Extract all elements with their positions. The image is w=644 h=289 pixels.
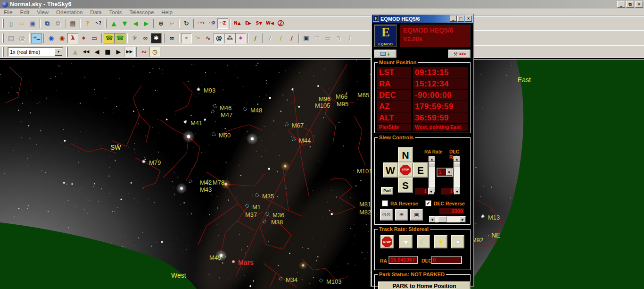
toolbar-mythical-figures[interactable]: ▭	[89, 33, 100, 43]
ra-reverse-checkbox[interactable]	[382, 200, 388, 206]
toolbar-handle[interactable]	[2, 19, 4, 28]
toolbar-context-help[interactable]: ↖?	[93, 18, 104, 29]
goto-search-button[interactable]: ⊙⊙	[380, 209, 393, 221]
toolbar-time-fast-forward[interactable]: ▶▶	[124, 47, 135, 57]
menu-data[interactable]: Data	[86, 9, 105, 15]
toolbar-dome-zenith[interactable]: ◠Z	[217, 18, 228, 29]
toolbar-look-west[interactable]: W◀	[264, 18, 275, 29]
toolbar-open-file[interactable]: ▱	[17, 18, 27, 29]
close-button[interactable]: ×	[635, 1, 643, 8]
toolbar-time-step-back[interactable]: ◀	[91, 47, 102, 57]
toolbar-show-double-stars[interactable]: °o	[192, 33, 203, 43]
eqmod-close-button[interactable]: ×	[465, 16, 472, 22]
chevron-right-icon[interactable]: ▶	[460, 216, 466, 222]
toolbar-move-up[interactable]: ▲	[108, 18, 119, 29]
sky-map[interactable]: M93M46M47M48M41M50M67M44M96M66M105M95M65…	[0, 59, 644, 289]
toolbar-show-clusters[interactable]: ⁂	[224, 33, 235, 43]
toolbar-time-skip-eject[interactable]: ▲	[70, 47, 81, 57]
track-custom-button[interactable]: ✦	[451, 235, 464, 248]
toolbar-telescope-setup[interactable]: /	[250, 33, 261, 43]
toolbar-time-step-forward[interactable]: ▶	[113, 47, 124, 57]
toolbar-look-zenith[interactable]: Ⓩ	[275, 18, 286, 29]
toolbar-help[interactable]: ?	[82, 18, 93, 29]
chevron-up-icon[interactable]: ▲	[454, 156, 460, 162]
toolbar-data-wizard[interactable]: ▤	[6, 33, 17, 43]
toolbar-find[interactable]: ∞	[166, 33, 177, 43]
toolbar-look-north[interactable]: N▲	[232, 18, 243, 29]
window-grid-button[interactable]: ⊞	[395, 209, 408, 221]
pad-button[interactable]: Pad	[381, 187, 393, 195]
toolbar-reference-photos[interactable]: ☎	[115, 33, 125, 43]
toolbar-dome-slew[interactable]: ◠↷	[196, 18, 206, 29]
menu-tools[interactable]: Tools	[106, 9, 126, 15]
toolbar-move-down[interactable]: ▼	[119, 18, 130, 29]
add-display-button[interactable]: +	[374, 50, 396, 58]
toolbar-time-stop[interactable]: ■	[102, 47, 113, 57]
toolbar-star-field[interactable]: ✱	[151, 33, 162, 43]
toolbar-time-rewind[interactable]: ◀◀	[81, 47, 91, 57]
menu-help[interactable]: Help	[157, 9, 176, 15]
chevron-left-icon[interactable]: ◀	[429, 216, 435, 222]
track-lunar-button[interactable]: ☾	[417, 235, 430, 248]
toolbar-new-document[interactable]: ▯	[6, 18, 17, 29]
toolbar-night-vision[interactable]: ∞	[140, 33, 151, 43]
toolbar-orbit-mode[interactable]: ∾	[139, 47, 149, 57]
slew-north-button[interactable]: N	[398, 147, 413, 162]
toolbar-print[interactable]: ▤	[67, 18, 78, 29]
toolbar-telescope-goto[interactable]: /	[275, 33, 286, 43]
rate-preset-combo[interactable]: 1 ▼	[437, 168, 453, 177]
restore-button[interactable]: ⧉	[626, 1, 634, 8]
toolbar-handle[interactable]	[66, 47, 68, 57]
menu-edit[interactable]: Edit	[17, 9, 33, 15]
track-solar-button[interactable]: ☀	[434, 235, 447, 248]
toolbar-handle[interactable]	[163, 34, 165, 43]
toolbar-dome-park[interactable]: ◠P	[206, 18, 217, 29]
ra-slider-thumb[interactable]	[429, 163, 435, 167]
chevron-up-icon[interactable]: ▲	[429, 156, 435, 162]
dec-rate-spinner[interactable]: ▼	[454, 188, 460, 195]
toolbar-zoom-in[interactable]: ⊕	[156, 18, 166, 29]
toolbar-constellation-boundaries[interactable]: ⌖	[78, 33, 89, 43]
toolbar-show-stars[interactable]: •	[181, 33, 192, 43]
time-flow-combo[interactable]: 1x (real time) ▼	[8, 47, 63, 57]
toolbar-look-east[interactable]: E▶	[243, 18, 254, 29]
slew-south-button[interactable]: S	[398, 178, 413, 193]
toolbar-reference-lines[interactable]: ☎	[104, 33, 115, 43]
menu-telescope[interactable]: Telescope	[126, 9, 158, 15]
ra-rate-slider[interactable]: ▲ ▼	[429, 156, 435, 193]
slew-stop-button[interactable]: STOP	[398, 162, 413, 178]
toolbar-horizon-display[interactable]: ☀▂	[31, 33, 42, 43]
toolbar-telescope-sync[interactable]: /	[286, 33, 297, 43]
eqmod-title-bar[interactable]: E EQMOD HEQ5/6 _ □ ×	[372, 15, 473, 23]
chevron-down-icon[interactable]: ▼	[446, 169, 452, 176]
toolbar-celestial-sphere-red[interactable]: ◉	[57, 33, 67, 43]
toolbar-show-nonstellar[interactable]: @	[214, 33, 224, 43]
dec-slider-thumb[interactable]	[454, 163, 460, 167]
menu-view[interactable]: View	[33, 9, 52, 15]
toolbar-constellation-figures[interactable]: λ	[67, 33, 78, 43]
toolbar-look-south[interactable]: S▼	[254, 18, 264, 29]
track-sidereal-button[interactable]: ★	[399, 235, 413, 248]
minimize-button[interactable]: _	[617, 1, 625, 8]
ra-rate-spinner[interactable]: ▼	[428, 188, 434, 195]
toolbar-save[interactable]: ▣	[27, 18, 38, 29]
track-stop-button[interactable]: STOP	[380, 235, 394, 248]
spiral-search-button[interactable]: ▣	[410, 209, 423, 221]
toolbar-move-left[interactable]: ◀	[130, 18, 141, 29]
slew-west-button[interactable]: W	[383, 162, 398, 178]
setup-expand-button[interactable]: ⚒ >>>	[448, 50, 471, 58]
menu-file[interactable]: File	[0, 9, 17, 15]
toolbar-handle[interactable]	[2, 47, 4, 57]
park-to-home-button[interactable]: PARK to Home Position	[378, 281, 471, 289]
toolbar-handle[interactable]	[2, 34, 4, 43]
slew-limit-slider[interactable]: ◀ ▶	[429, 216, 466, 222]
menu-orientation[interactable]: Orientation	[52, 9, 86, 15]
sky-map-svg[interactable]: M93M46M47M48M41M50M67M44M96M66M105M95M65…	[0, 60, 644, 289]
dec-rate-slider[interactable]: ▲ ▼	[454, 156, 460, 193]
toolbar-time-clock[interactable]: ◷	[149, 47, 160, 57]
toolbar-rotate-view[interactable]: ↻	[181, 18, 192, 29]
eqmod-maximize-button[interactable]: □	[457, 16, 464, 22]
toolbar-handle[interactable]	[105, 19, 107, 28]
toolbar-camera-control[interactable]: ▣	[301, 33, 312, 43]
toolbar-show-variable-stars[interactable]: ∿	[203, 33, 214, 43]
